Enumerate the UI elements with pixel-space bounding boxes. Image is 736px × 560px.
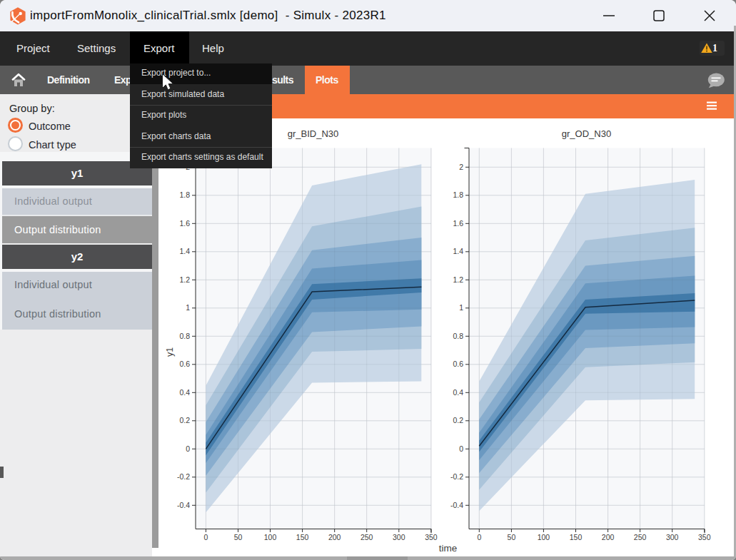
svg-text:1.2: 1.2 xyxy=(453,275,463,284)
svg-text:0: 0 xyxy=(459,444,463,453)
svg-text:0.4: 0.4 xyxy=(453,388,463,397)
svg-text:time: time xyxy=(439,543,458,554)
svg-text:150: 150 xyxy=(570,533,583,541)
svg-text:gr_BID_N30: gr_BID_N30 xyxy=(288,128,339,139)
svg-text:50: 50 xyxy=(234,533,243,541)
svg-text:350: 350 xyxy=(698,533,711,541)
svg-text:250: 250 xyxy=(361,533,373,541)
svg-text:0: 0 xyxy=(477,533,481,541)
svg-text:250: 250 xyxy=(634,533,647,541)
svg-text:300: 300 xyxy=(393,533,405,541)
svg-text:350: 350 xyxy=(425,533,438,541)
svg-text:0.2: 0.2 xyxy=(453,416,463,424)
svg-text:0.6: 0.6 xyxy=(453,360,463,368)
svg-text:1.6: 1.6 xyxy=(179,219,190,228)
svg-text:0: 0 xyxy=(186,444,190,453)
svg-text:-0.2: -0.2 xyxy=(450,472,463,481)
svg-text:0.4: 0.4 xyxy=(179,388,190,397)
svg-text:1.2: 1.2 xyxy=(179,275,190,284)
svg-text:0.2: 0.2 xyxy=(179,416,190,424)
svg-text:1.8: 1.8 xyxy=(453,190,463,199)
svg-text:200: 200 xyxy=(328,533,341,541)
svg-text:0.6: 0.6 xyxy=(179,360,190,368)
svg-text:2: 2 xyxy=(459,163,463,171)
svg-text:-0.2: -0.2 xyxy=(177,472,190,481)
svg-text:1.4: 1.4 xyxy=(179,247,190,255)
svg-text:-0.4: -0.4 xyxy=(450,501,463,509)
svg-text:y1: y1 xyxy=(165,347,175,357)
svg-text:300: 300 xyxy=(666,533,679,541)
svg-text:100: 100 xyxy=(538,533,550,541)
svg-text:1.6: 1.6 xyxy=(453,219,463,228)
svg-text:0.8: 0.8 xyxy=(179,332,190,340)
svg-text:1.4: 1.4 xyxy=(453,247,463,255)
svg-text:1.8: 1.8 xyxy=(179,190,190,199)
svg-text:50: 50 xyxy=(508,533,516,541)
svg-text:200: 200 xyxy=(602,533,615,541)
svg-text:1: 1 xyxy=(459,303,463,312)
svg-text:0: 0 xyxy=(203,533,208,541)
svg-text:100: 100 xyxy=(264,533,277,541)
svg-text:gr_OD_N30: gr_OD_N30 xyxy=(562,128,611,139)
svg-text:1: 1 xyxy=(186,303,190,312)
svg-text:150: 150 xyxy=(296,533,309,541)
svg-text:-0.4: -0.4 xyxy=(177,501,190,509)
svg-text:0.8: 0.8 xyxy=(453,332,463,340)
